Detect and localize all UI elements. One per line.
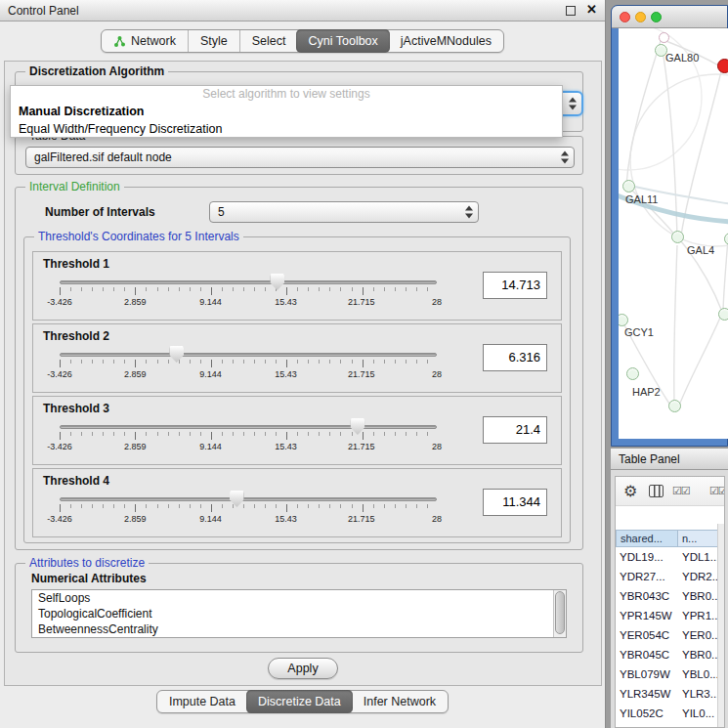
table-row[interactable]: YIL052CYIL0...	[616, 704, 724, 723]
threshold-value-field[interactable]: 14.713	[483, 272, 547, 299]
top-tabbar: Network Style Select Cyni Toolbox jActiv…	[0, 29, 605, 53]
table-row[interactable]: YBR043CYBR0...	[616, 586, 724, 606]
table-row[interactable]: YER054CYER0...	[616, 625, 724, 645]
list-item[interactable]: BetweennessCentrality	[32, 621, 566, 637]
slider-scale: -3.426 2.859 9.144 15.43 21.715 28	[60, 369, 437, 381]
table-row[interactable]: YBL079WYBL0...	[616, 664, 724, 684]
network-node[interactable]	[718, 308, 728, 321]
combobox-value: galFiltered.sif default node	[34, 148, 172, 167]
threshold-value-field[interactable]: 21.4	[483, 416, 547, 444]
group-title: Discretization Algorithm	[25, 64, 168, 78]
slider-ticks	[60, 504, 437, 512]
window-close-icon[interactable]	[620, 12, 630, 22]
window-zoom-icon[interactable]	[651, 12, 662, 22]
slider-track[interactable]	[60, 280, 437, 284]
network-node[interactable]	[659, 32, 669, 43]
table-panel: ⚙ ☑☑ ☑☑ shared... n... YDL19...YDL1... Y…	[611, 470, 728, 728]
close-icon[interactable]: ✕	[586, 2, 597, 17]
dropdown-option-manual[interactable]: Manual Discretization	[11, 103, 562, 120]
network-node-selected[interactable]	[717, 59, 728, 73]
node-label: GAL4	[687, 244, 714, 256]
table-row[interactable]: YLR345WYLR3...	[616, 684, 724, 704]
window-minimize-icon[interactable]	[635, 12, 646, 22]
network-node-gal4[interactable]	[671, 231, 684, 243]
threshold-value-field[interactable]: 11.344	[483, 489, 547, 516]
combobox-value: 5	[218, 202, 225, 222]
table-row[interactable]: YDL19...YDL1...	[616, 547, 724, 567]
tab-style[interactable]: Style	[188, 30, 239, 52]
table-row[interactable]: YDR27...YDR2...	[616, 567, 724, 586]
table-data-combobox[interactable]: galFiltered.sif default node	[25, 147, 575, 168]
network-node[interactable]	[626, 367, 639, 380]
cyni-toolbox-panel: Discretization Algorithm Select algorith…	[4, 61, 602, 686]
select-rows-icon[interactable]: ☑☑	[672, 485, 690, 497]
threshold-panel-3: Threshold 3 -3.426 2.859 9.144 15.43	[32, 396, 562, 465]
node-label: GAL11	[625, 193, 658, 205]
slider-track[interactable]	[60, 497, 437, 501]
threshold-slider[interactable]: -3.426 2.859 9.144 15.43 21.715 28	[53, 491, 444, 535]
threshold-panel-2: Threshold 2 -3.426 2.859 9.144 15.43	[32, 323, 562, 393]
chevron-updown-icon	[464, 206, 473, 219]
network-icon	[113, 35, 126, 48]
slider-track[interactable]	[60, 353, 437, 357]
network-node-gal11[interactable]	[622, 180, 635, 193]
thresholds-group: Threshold's Coordinates for 5 Intervals …	[23, 236, 571, 543]
list-item[interactable]: TopologicalCoefficient	[32, 606, 566, 621]
float-window-icon[interactable]	[566, 6, 576, 16]
slider-scale: -3.426 2.859 9.144 15.43 21.715 28	[60, 297, 437, 309]
control-panel-titlebar: Control Panel ✕	[0, 0, 605, 21]
num-intervals-combobox[interactable]: 5	[209, 201, 479, 223]
network-window-titlebar	[612, 6, 727, 28]
panel-title: Control Panel	[8, 0, 79, 21]
control-panel-window: Control Panel ✕ Network Style Select Cyn…	[0, 0, 606, 728]
threshold-slider[interactable]: -3.426 2.859 9.144 15.43 21.715 28	[53, 346, 444, 391]
table-row[interactable]: YBR045CYBR0...	[616, 645, 724, 664]
apply-button[interactable]: Apply	[268, 658, 338, 679]
table-scrollbar[interactable]	[717, 524, 724, 727]
chevron-updown-icon	[568, 98, 577, 110]
chevron-updown-icon	[560, 151, 569, 164]
attributes-list: SelfLoops TopologicalCoefficient Between…	[31, 589, 567, 638]
slider-scale: -3.426 2.859 9.144 15.43 21.715 28	[60, 514, 437, 526]
select-columns-icon[interactable]: ☑☑	[709, 485, 725, 497]
column-header-shared-name[interactable]: shared...	[616, 530, 678, 547]
network-view-window: GAL80 GAL11 GAL4 GCY1 HAP2	[611, 5, 728, 447]
network-node-hap2[interactable]	[668, 400, 681, 412]
slider-ticks	[60, 287, 437, 295]
list-item[interactable]: SelfLoops	[32, 590, 566, 606]
threshold-slider[interactable]: -3.426 2.859 9.144 15.43 21.715 28	[53, 274, 444, 319]
threshold-slider[interactable]: -3.426 2.859 9.144 15.43 21.715 28	[53, 418, 444, 463]
table-toolbar: ⚙ ☑☑ ☑☑	[616, 477, 724, 506]
threshold-value-field[interactable]: 6.316	[483, 344, 547, 371]
node-label: GCY1	[624, 326, 654, 338]
tab-label: Network	[131, 34, 176, 48]
tab-select[interactable]: Select	[239, 30, 298, 52]
tab-cyni-toolbox[interactable]: Cyni Toolbox	[296, 29, 389, 53]
interval-definition-group: Interval Definition Number of Intervals …	[15, 187, 583, 550]
dropdown-option-equal-width[interactable]: Equal Width/Frequency Discretization	[11, 120, 562, 138]
list-scrollbar[interactable]	[553, 590, 566, 637]
tab-discretize-data[interactable]: Discretize Data	[246, 690, 353, 713]
network-canvas[interactable]: GAL80 GAL11 GAL4 GCY1 HAP2	[619, 28, 728, 439]
tab-infer-network[interactable]: Infer Network	[352, 691, 448, 712]
threshold-label: Threshold 1	[43, 257, 109, 271]
tab-impute-data[interactable]: Impute Data	[157, 691, 247, 712]
dropdown-placeholder: Select algorithm to view settings	[11, 86, 562, 103]
table-data-group: Table Data galFiltered.sif default node	[15, 136, 583, 175]
table-header-row: shared... n...	[616, 530, 724, 547]
columns-icon[interactable]	[649, 485, 664, 497]
algorithm-dropdown-popup: Select algorithm to view settings Manual…	[10, 85, 563, 138]
node-label: HAP2	[632, 386, 661, 398]
gear-icon[interactable]: ⚙	[623, 482, 637, 500]
table-row[interactable]: YPR145WYPR1...	[616, 606, 724, 625]
slider-scale: -3.426 2.859 9.144 15.43 21.715 28	[60, 442, 437, 453]
threshold-label: Threshold 4	[43, 474, 109, 488]
tab-jactivemnodules[interactable]: jActiveMNodules	[389, 30, 503, 52]
tab-network[interactable]: Network	[102, 30, 188, 52]
numerical-attributes-label: Numerical Attributes	[31, 572, 147, 585]
slider-track[interactable]	[60, 425, 437, 429]
table-empty-space	[616, 506, 724, 530]
threshold-panel-4: Threshold 4 -3.426 2.859 9.144 15.43	[32, 468, 562, 537]
slider-ticks	[60, 360, 437, 367]
threshold-panel-1: Threshold 1 -3.426 2.859 9.144 15.43	[32, 251, 562, 321]
